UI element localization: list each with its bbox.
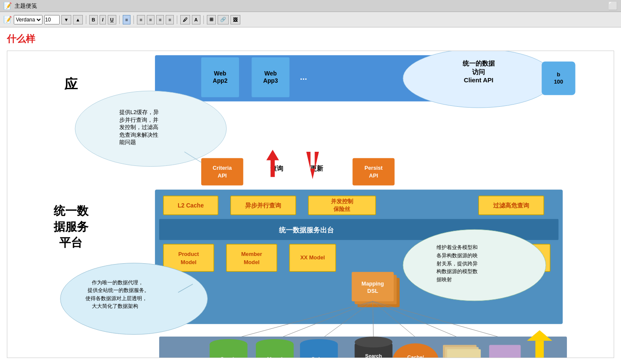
svg-marker-116	[536, 341, 544, 358]
svg-rect-2	[201, 57, 239, 97]
svg-text:Member: Member	[241, 251, 262, 257]
italic-button[interactable]: I	[100, 15, 106, 24]
highlight-button[interactable]: 🖊	[180, 15, 190, 24]
svg-text:Web: Web	[214, 70, 227, 77]
svg-text:Search: Search	[365, 353, 382, 358]
window-control[interactable]: ⬜	[608, 1, 618, 11]
svg-text:使得各数据源对上层透明，: 使得各数据源对上层透明，	[85, 295, 147, 301]
app-icon: 📝	[3, 2, 12, 10]
svg-text:Model: Model	[181, 259, 197, 265]
svg-text:危查询来解决性: 危查询来解决性	[119, 132, 158, 138]
svg-text:据映射: 据映射	[436, 277, 452, 283]
svg-text:API: API	[218, 172, 227, 179]
svg-text:Clou: Clou	[500, 357, 510, 358]
list-button[interactable]: ≡	[147, 15, 154, 24]
underline-button[interactable]: U	[108, 15, 116, 24]
app-title: 主题便笺	[15, 2, 37, 10]
svg-text:DSL: DSL	[367, 288, 379, 294]
svg-text:提供全站统一的数据服务。: 提供全站统一的数据服务。	[88, 287, 149, 293]
svg-text:XX Model: XX Model	[300, 254, 325, 261]
svg-rect-52	[227, 244, 277, 272]
svg-rect-31	[352, 158, 394, 186]
title-bar: 📝 主题便笺 ⬜	[0, 0, 621, 12]
table-button[interactable]: ⊞	[207, 15, 216, 24]
indent-button[interactable]: ≡	[137, 15, 145, 24]
svg-text:步并行查询，并: 步并行查询，并	[119, 117, 158, 123]
svg-rect-108	[447, 349, 481, 358]
svg-text:并发控制: 并发控制	[331, 198, 353, 205]
svg-text:Persist: Persist	[364, 165, 383, 171]
svg-text:作为唯一的数据代理，: 作为唯一的数据代理，	[91, 280, 143, 286]
font-size-up[interactable]: ▲	[73, 15, 83, 24]
svg-text:大大简化了数据架构: 大大简化了数据架构	[92, 303, 138, 309]
image-button[interactable]: 🖼	[230, 15, 240, 24]
font-size-input[interactable]	[44, 15, 60, 24]
svg-text:提供L2缓存，异: 提供L2缓存，异	[119, 109, 159, 115]
content-area: 什么样 ... Web App2 Web App3 统一的数据 访问	[0, 27, 621, 364]
svg-text:Web: Web	[264, 70, 277, 77]
svg-rect-3	[251, 57, 289, 97]
svg-text:Cobar: Cobar	[311, 356, 327, 358]
svg-text:数据层: 数据层	[87, 357, 122, 358]
toolbar: 📝 Verdana ▼ ▲ B I U ≡ ≡ ≡ ≡ ≡ 🖊 A ⊞ 🔗 🖼	[0, 12, 621, 27]
svg-text:据服务: 据服务	[53, 220, 89, 233]
diagram-container: ... Web App2 Web App3 统一的数据 访问 Client AP…	[7, 51, 614, 358]
font-size-down[interactable]: ▼	[61, 15, 71, 24]
svg-text:统一数据服务出台: 统一数据服务出台	[279, 226, 334, 234]
svg-text:统一数: 统一数	[53, 204, 89, 217]
svg-rect-112	[489, 345, 521, 358]
align-left-button[interactable]: ≡	[123, 15, 130, 24]
svg-text:平台: 平台	[59, 236, 82, 249]
svg-text:Cache/: Cache/	[407, 354, 424, 358]
page-title: 什么样	[7, 33, 614, 45]
svg-text:b: b	[557, 71, 560, 78]
svg-text:Oracle: Oracle	[220, 356, 237, 358]
svg-text:Model: Model	[244, 259, 260, 265]
svg-text:访问: 访问	[472, 68, 485, 75]
svg-text:保险丝: 保险丝	[333, 206, 350, 212]
svg-text:...: ...	[300, 72, 307, 81]
svg-text:Criteria: Criteria	[213, 165, 232, 171]
svg-text:异步并行查询: 异步并行查询	[245, 202, 281, 209]
svg-text:Mapping: Mapping	[361, 280, 384, 287]
svg-text:应: 应	[64, 77, 78, 92]
svg-text:App3: App3	[263, 78, 278, 84]
svg-text:API: API	[369, 172, 378, 179]
svg-rect-24	[201, 158, 243, 186]
svg-text:维护着业务模型和: 维护着业务模型和	[436, 244, 478, 250]
svg-text:构数据源的模型数: 构数据源的模型数	[436, 268, 478, 274]
diagram-svg: ... Web App2 Web App3 统一的数据 访问 Client AP…	[7, 51, 614, 358]
svg-rect-49	[164, 244, 214, 272]
toolbar-icon: 📝	[3, 15, 12, 24]
svg-text:发控制，过滤高: 发控制，过滤高	[119, 124, 158, 130]
link-button[interactable]: 🔗	[218, 15, 229, 24]
svg-text:Mysql: Mysql	[267, 356, 282, 358]
bold-button[interactable]: B	[89, 15, 98, 24]
svg-point-100	[354, 337, 392, 347]
svg-text:过滤高危查询: 过滤高危查询	[493, 202, 529, 209]
svg-text:射关系，提供跨异: 射关系，提供跨异	[436, 261, 478, 267]
svg-text:能问题: 能问题	[119, 139, 136, 145]
svg-text:Client API: Client API	[464, 77, 494, 84]
font-select[interactable]: Verdana	[14, 15, 42, 24]
svg-text:各异构数据源的映: 各异构数据源的映	[436, 253, 478, 259]
svg-text:Product: Product	[178, 251, 199, 257]
svg-text:L2 Cache: L2 Cache	[178, 202, 204, 209]
svg-text:统一的数据: 统一的数据	[462, 60, 495, 67]
font-color-button[interactable]: A	[192, 15, 200, 24]
list2-button[interactable]: ≡	[166, 15, 173, 24]
svg-text:App2: App2	[213, 78, 228, 84]
outdent-button[interactable]: ≡	[156, 15, 164, 24]
svg-text:100: 100	[554, 78, 563, 85]
